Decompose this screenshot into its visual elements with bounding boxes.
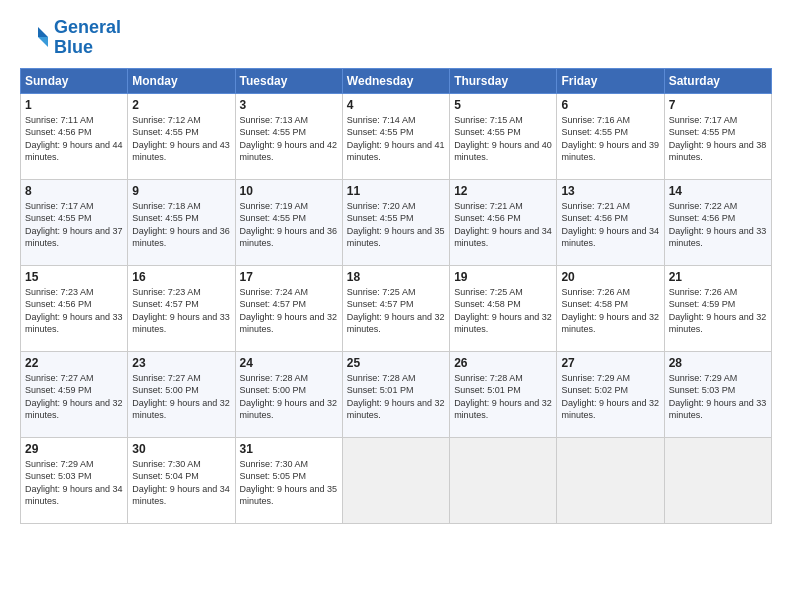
calendar-cell: 13 Sunrise: 7:21 AM Sunset: 4:56 PM Dayl… — [557, 179, 664, 265]
calendar-cell: 1 Sunrise: 7:11 AM Sunset: 4:56 PM Dayli… — [21, 93, 128, 179]
day-number: 23 — [132, 356, 230, 370]
logo-icon — [20, 23, 50, 53]
day-info: Sunrise: 7:14 AM Sunset: 4:55 PM Dayligh… — [347, 114, 445, 164]
day-number: 7 — [669, 98, 767, 112]
calendar-cell: 29 Sunrise: 7:29 AM Sunset: 5:03 PM Dayl… — [21, 437, 128, 523]
day-number: 13 — [561, 184, 659, 198]
day-info: Sunrise: 7:23 AM Sunset: 4:56 PM Dayligh… — [25, 286, 123, 336]
day-info: Sunrise: 7:19 AM Sunset: 4:55 PM Dayligh… — [240, 200, 338, 250]
day-info: Sunrise: 7:27 AM Sunset: 4:59 PM Dayligh… — [25, 372, 123, 422]
day-number: 27 — [561, 356, 659, 370]
header-sunday: Sunday — [21, 68, 128, 93]
day-number: 28 — [669, 356, 767, 370]
day-info: Sunrise: 7:30 AM Sunset: 5:05 PM Dayligh… — [240, 458, 338, 508]
day-info: Sunrise: 7:26 AM Sunset: 4:59 PM Dayligh… — [669, 286, 767, 336]
calendar-cell: 30 Sunrise: 7:30 AM Sunset: 5:04 PM Dayl… — [128, 437, 235, 523]
day-info: Sunrise: 7:29 AM Sunset: 5:03 PM Dayligh… — [669, 372, 767, 422]
day-number: 5 — [454, 98, 552, 112]
header-monday: Monday — [128, 68, 235, 93]
day-number: 19 — [454, 270, 552, 284]
day-info: Sunrise: 7:16 AM Sunset: 4:55 PM Dayligh… — [561, 114, 659, 164]
calendar-cell: 20 Sunrise: 7:26 AM Sunset: 4:58 PM Dayl… — [557, 265, 664, 351]
calendar-cell — [557, 437, 664, 523]
calendar-cell: 3 Sunrise: 7:13 AM Sunset: 4:55 PM Dayli… — [235, 93, 342, 179]
day-info: Sunrise: 7:22 AM Sunset: 4:56 PM Dayligh… — [669, 200, 767, 250]
calendar-header-row: Sunday Monday Tuesday Wednesday Thursday… — [21, 68, 772, 93]
calendar-cell: 23 Sunrise: 7:27 AM Sunset: 5:00 PM Dayl… — [128, 351, 235, 437]
day-number: 9 — [132, 184, 230, 198]
day-info: Sunrise: 7:28 AM Sunset: 5:00 PM Dayligh… — [240, 372, 338, 422]
calendar-cell: 24 Sunrise: 7:28 AM Sunset: 5:00 PM Dayl… — [235, 351, 342, 437]
calendar-cell: 16 Sunrise: 7:23 AM Sunset: 4:57 PM Dayl… — [128, 265, 235, 351]
day-number: 4 — [347, 98, 445, 112]
day-number: 20 — [561, 270, 659, 284]
day-info: Sunrise: 7:12 AM Sunset: 4:55 PM Dayligh… — [132, 114, 230, 164]
day-number: 3 — [240, 98, 338, 112]
day-number: 24 — [240, 356, 338, 370]
calendar-cell: 11 Sunrise: 7:20 AM Sunset: 4:55 PM Dayl… — [342, 179, 449, 265]
logo: General Blue — [20, 18, 121, 58]
calendar-cell: 8 Sunrise: 7:17 AM Sunset: 4:55 PM Dayli… — [21, 179, 128, 265]
header-saturday: Saturday — [664, 68, 771, 93]
calendar-cell: 25 Sunrise: 7:28 AM Sunset: 5:01 PM Dayl… — [342, 351, 449, 437]
day-number: 26 — [454, 356, 552, 370]
calendar-cell: 17 Sunrise: 7:24 AM Sunset: 4:57 PM Dayl… — [235, 265, 342, 351]
day-number: 6 — [561, 98, 659, 112]
day-number: 29 — [25, 442, 123, 456]
day-info: Sunrise: 7:27 AM Sunset: 5:00 PM Dayligh… — [132, 372, 230, 422]
day-info: Sunrise: 7:23 AM Sunset: 4:57 PM Dayligh… — [132, 286, 230, 336]
day-info: Sunrise: 7:17 AM Sunset: 4:55 PM Dayligh… — [25, 200, 123, 250]
day-info: Sunrise: 7:28 AM Sunset: 5:01 PM Dayligh… — [347, 372, 445, 422]
day-info: Sunrise: 7:21 AM Sunset: 4:56 PM Dayligh… — [454, 200, 552, 250]
calendar-cell: 4 Sunrise: 7:14 AM Sunset: 4:55 PM Dayli… — [342, 93, 449, 179]
calendar-cell: 6 Sunrise: 7:16 AM Sunset: 4:55 PM Dayli… — [557, 93, 664, 179]
calendar-cell: 7 Sunrise: 7:17 AM Sunset: 4:55 PM Dayli… — [664, 93, 771, 179]
day-number: 10 — [240, 184, 338, 198]
day-number: 30 — [132, 442, 230, 456]
calendar-cell: 15 Sunrise: 7:23 AM Sunset: 4:56 PM Dayl… — [21, 265, 128, 351]
day-info: Sunrise: 7:15 AM Sunset: 4:55 PM Dayligh… — [454, 114, 552, 164]
calendar-week-2: 8 Sunrise: 7:17 AM Sunset: 4:55 PM Dayli… — [21, 179, 772, 265]
day-info: Sunrise: 7:25 AM Sunset: 4:58 PM Dayligh… — [454, 286, 552, 336]
calendar-cell: 26 Sunrise: 7:28 AM Sunset: 5:01 PM Dayl… — [450, 351, 557, 437]
calendar-week-4: 22 Sunrise: 7:27 AM Sunset: 4:59 PM Dayl… — [21, 351, 772, 437]
calendar-cell: 22 Sunrise: 7:27 AM Sunset: 4:59 PM Dayl… — [21, 351, 128, 437]
day-number: 22 — [25, 356, 123, 370]
day-number: 17 — [240, 270, 338, 284]
calendar-cell — [664, 437, 771, 523]
day-number: 1 — [25, 98, 123, 112]
day-number: 31 — [240, 442, 338, 456]
calendar-cell: 9 Sunrise: 7:18 AM Sunset: 4:55 PM Dayli… — [128, 179, 235, 265]
header-wednesday: Wednesday — [342, 68, 449, 93]
calendar-cell: 12 Sunrise: 7:21 AM Sunset: 4:56 PM Dayl… — [450, 179, 557, 265]
day-info: Sunrise: 7:17 AM Sunset: 4:55 PM Dayligh… — [669, 114, 767, 164]
calendar-cell: 31 Sunrise: 7:30 AM Sunset: 5:05 PM Dayl… — [235, 437, 342, 523]
calendar-week-3: 15 Sunrise: 7:23 AM Sunset: 4:56 PM Dayl… — [21, 265, 772, 351]
day-info: Sunrise: 7:26 AM Sunset: 4:58 PM Dayligh… — [561, 286, 659, 336]
day-number: 14 — [669, 184, 767, 198]
header: General Blue — [20, 18, 772, 58]
day-number: 11 — [347, 184, 445, 198]
day-number: 15 — [25, 270, 123, 284]
header-tuesday: Tuesday — [235, 68, 342, 93]
calendar-cell: 18 Sunrise: 7:25 AM Sunset: 4:57 PM Dayl… — [342, 265, 449, 351]
day-info: Sunrise: 7:18 AM Sunset: 4:55 PM Dayligh… — [132, 200, 230, 250]
svg-marker-0 — [38, 27, 48, 37]
day-info: Sunrise: 7:11 AM Sunset: 4:56 PM Dayligh… — [25, 114, 123, 164]
calendar-week-5: 29 Sunrise: 7:29 AM Sunset: 5:03 PM Dayl… — [21, 437, 772, 523]
day-info: Sunrise: 7:29 AM Sunset: 5:03 PM Dayligh… — [25, 458, 123, 508]
day-info: Sunrise: 7:25 AM Sunset: 4:57 PM Dayligh… — [347, 286, 445, 336]
calendar-table: Sunday Monday Tuesday Wednesday Thursday… — [20, 68, 772, 524]
calendar-cell — [342, 437, 449, 523]
day-number: 25 — [347, 356, 445, 370]
header-thursday: Thursday — [450, 68, 557, 93]
day-number: 8 — [25, 184, 123, 198]
calendar-cell: 19 Sunrise: 7:25 AM Sunset: 4:58 PM Dayl… — [450, 265, 557, 351]
calendar-cell: 21 Sunrise: 7:26 AM Sunset: 4:59 PM Dayl… — [664, 265, 771, 351]
header-friday: Friday — [557, 68, 664, 93]
calendar-cell: 10 Sunrise: 7:19 AM Sunset: 4:55 PM Dayl… — [235, 179, 342, 265]
calendar-cell: 2 Sunrise: 7:12 AM Sunset: 4:55 PM Dayli… — [128, 93, 235, 179]
day-info: Sunrise: 7:28 AM Sunset: 5:01 PM Dayligh… — [454, 372, 552, 422]
day-number: 16 — [132, 270, 230, 284]
day-number: 18 — [347, 270, 445, 284]
